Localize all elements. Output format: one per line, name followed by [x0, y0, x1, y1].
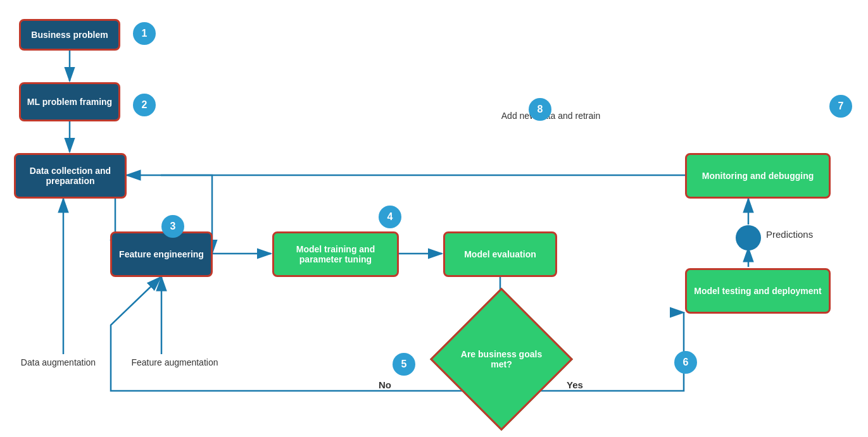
ml-workflow-diagram: Business problem 1 ML problem framing 2 … [0, 0, 868, 437]
badge-5: 5 [393, 353, 415, 376]
badge-3: 3 [161, 215, 184, 238]
predictions-label: Predictions [766, 229, 813, 240]
business-goals-diamond: Are business goals met? [451, 309, 552, 410]
data-augmentation-label: Data augmentation [14, 357, 103, 367]
badge-2: 2 [133, 94, 156, 116]
diamond-label: Are business goals met? [451, 309, 552, 410]
model-training-node: Model training and parameter tuning [272, 231, 399, 277]
feature-engineering-node: Feature engineering [110, 231, 213, 277]
badge-1: 1 [133, 22, 156, 45]
monitoring-node: Monitoring and debugging [685, 153, 831, 199]
badge-7: 7 [829, 95, 852, 118]
model-evaluation-node: Model evaluation [443, 231, 557, 277]
predictions-dot [736, 225, 761, 250]
arrows-layer [0, 0, 868, 437]
badge-4: 4 [379, 206, 401, 228]
ml-framing-node: ML problem framing [19, 82, 120, 121]
badge-8: 8 [529, 98, 551, 121]
no-label: No [379, 379, 391, 390]
badge-6: 6 [674, 351, 697, 374]
feature-augmentation-label: Feature augmentation [124, 357, 225, 367]
data-collection-node: Data collection and preparation [14, 153, 127, 199]
yes-label: Yes [567, 379, 583, 390]
model-testing-node: Model testing and deployment [685, 268, 831, 314]
business-problem-node: Business problem [19, 19, 120, 51]
